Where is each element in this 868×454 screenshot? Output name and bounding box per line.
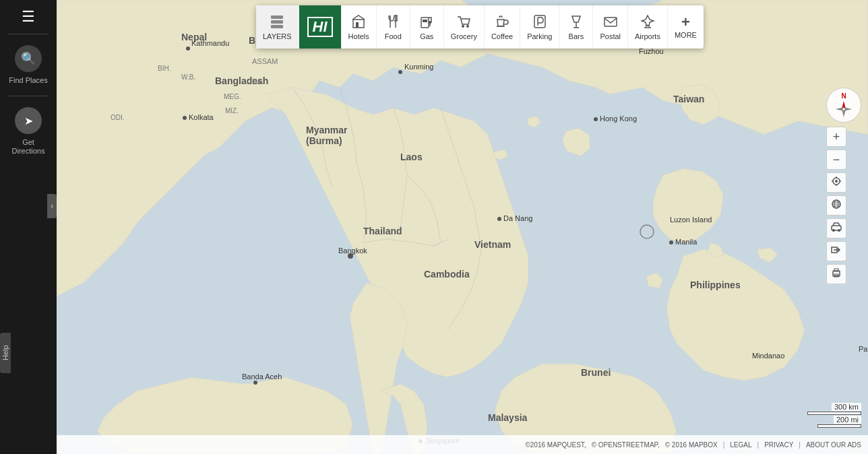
map-container[interactable]: Nepal Bhutan Bangladesh Myanmar (Burma) … <box>57 0 868 454</box>
zoom-out-button[interactable]: − <box>826 150 846 170</box>
vietnam-label: Vietnam <box>474 239 511 250</box>
bih-label: BIH. <box>158 65 170 72</box>
locate-button[interactable] <box>826 172 846 193</box>
myanmar-label2: (Burma) <box>306 135 342 146</box>
legal-link[interactable]: LEGAL <box>730 441 751 449</box>
coffee-button[interactable]: Coffee <box>485 5 520 48</box>
compass-n-label: N <box>841 92 846 100</box>
copyright-mapquest: ©2016 MAPQUEST, <box>525 441 586 449</box>
grocery-button[interactable]: Grocery <box>444 5 485 48</box>
get-directions-icon: ➤ <box>15 107 42 134</box>
scale-mi-bar <box>817 424 861 428</box>
compass-button[interactable]: N <box>826 88 861 123</box>
more-button[interactable]: + MORE <box>668 5 704 48</box>
wb-label: W.B. <box>181 73 195 81</box>
get-directions-button[interactable]: ➤ Get Directions <box>0 96 57 166</box>
airports-button[interactable]: Airports <box>628 5 668 48</box>
postal-button[interactable]: Postal <box>593 5 628 48</box>
svg-rect-1 <box>271 15 283 19</box>
manila-label: Manila <box>675 238 698 246</box>
bandaaceh-label: Banda Aceh <box>242 372 282 381</box>
airports-icon <box>640 14 655 31</box>
mindanao-label: Mindanao <box>752 352 784 360</box>
hotels-button[interactable]: Hotels <box>342 5 377 48</box>
coffee-icon <box>495 14 509 31</box>
scale-km-label: 300 km <box>832 403 861 411</box>
postal-icon <box>603 14 618 31</box>
bandaaceh-dot <box>253 381 257 385</box>
help-tab[interactable]: Help <box>0 333 11 373</box>
find-places-icon: 🔍 <box>15 45 42 72</box>
luzon-label: Luzon Island <box>670 216 712 224</box>
grocery-icon <box>456 14 471 31</box>
bars-button[interactable]: Bars <box>559 5 593 48</box>
layers-label: LAYERS <box>263 32 292 40</box>
meg-label: MEG. <box>224 93 241 100</box>
svg-point-34 <box>832 229 835 232</box>
gas-label: Gas <box>420 32 433 40</box>
scale-km-bar <box>807 412 861 415</box>
about-ads-link[interactable]: ABOUT OUR ADS <box>806 441 861 449</box>
taiwan-label: Taiwan <box>673 94 704 104</box>
laos-label: Laos <box>400 152 423 162</box>
privacy-link[interactable]: PRIVACY <box>764 441 793 449</box>
food-label: Food <box>385 32 402 40</box>
compass-inner: N <box>834 92 853 119</box>
bars-label: Bars <box>569 32 584 40</box>
hamburger-icon: ☰ <box>22 8 35 26</box>
danang-dot <box>497 217 501 221</box>
map-controls: N + − <box>826 88 861 286</box>
sep2: | <box>757 441 760 449</box>
parking-label: Parking <box>527 32 552 40</box>
pala-label: Pala- <box>859 345 868 353</box>
myanmar-label: Myanmar <box>306 125 348 135</box>
hotels-icon <box>351 14 366 31</box>
help-label: Help <box>1 346 9 361</box>
hamburger-button[interactable]: ☰ <box>0 0 57 34</box>
hongkong-label: Hong Kong <box>600 115 637 123</box>
hotels-label: Hotels <box>348 32 369 40</box>
kathmandu-label: Kathmandu <box>191 39 229 47</box>
search-icon: 🔍 <box>21 51 36 66</box>
zoom-out-icon: − <box>833 153 840 167</box>
food-button[interactable]: Food <box>377 5 410 48</box>
hongkong-dot <box>594 117 598 121</box>
globe-button[interactable] <box>826 195 846 216</box>
bars-icon <box>569 14 584 31</box>
malaysia-label: Malaysia <box>488 412 528 423</box>
postal-label: Postal <box>600 32 621 40</box>
svg-rect-5 <box>356 22 359 28</box>
holiday-inn-button[interactable]: HI <box>299 5 342 48</box>
globe-icon <box>831 199 842 213</box>
kathmandu-dot <box>186 46 190 51</box>
sep3: | <box>799 441 801 449</box>
bangkok-label: Bangkok <box>338 247 367 255</box>
find-places-button[interactable]: 🔍 Find Places <box>0 34 57 96</box>
print-icon <box>831 267 842 282</box>
svg-point-10 <box>429 21 431 24</box>
airports-label: Airports <box>635 32 660 40</box>
zoom-in-button[interactable]: + <box>826 127 846 147</box>
miz-label: MIZ. <box>225 107 239 115</box>
layers-icon <box>270 14 284 31</box>
footer: ©2016 MAPQUEST, © OPENSTREETMAP, © 2016 … <box>57 435 868 454</box>
traffic-button[interactable] <box>826 218 846 238</box>
print-button[interactable] <box>826 264 846 284</box>
parking-button[interactable]: Parking <box>520 5 559 48</box>
jha-label: JHA. <box>249 78 264 86</box>
svg-point-11 <box>462 25 464 28</box>
svg-point-12 <box>466 25 469 28</box>
toolbar: LAYERS HI Hotels Food <box>256 5 704 48</box>
directions-expand-button[interactable]: › <box>47 194 57 218</box>
svg-rect-16 <box>604 18 617 26</box>
holiday-inn-logo: HI <box>307 17 333 37</box>
layers-button[interactable]: LAYERS <box>256 5 299 48</box>
parking-icon <box>532 14 547 31</box>
svg-rect-3 <box>271 25 283 28</box>
assam-label: ASSAM <box>252 57 278 65</box>
locate-icon <box>831 176 842 190</box>
gas-button[interactable]: Gas <box>410 5 444 48</box>
scale-mi-label: 200 mi <box>834 416 861 424</box>
share-button[interactable] <box>826 241 846 261</box>
cambodia-label: Cambodia <box>424 269 470 280</box>
